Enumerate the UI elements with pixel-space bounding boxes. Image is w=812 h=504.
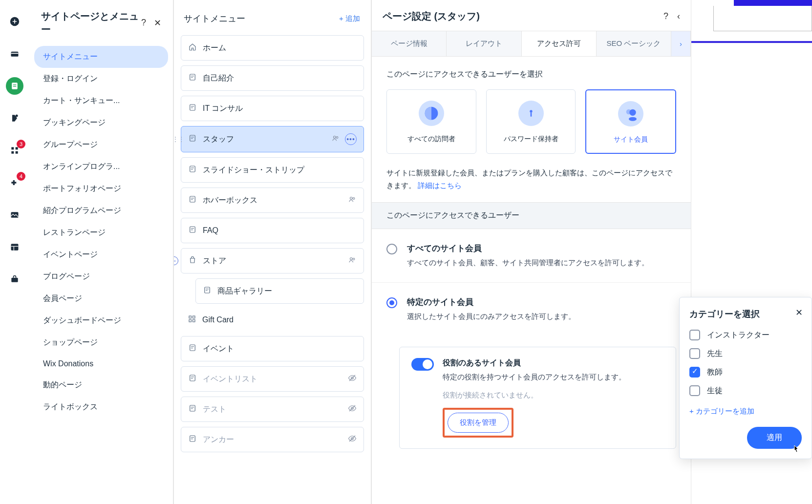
tree-item[interactable]: カート・サンキュー... [34, 90, 168, 112]
svg-rect-5 [11, 147, 14, 149]
role-toggle[interactable] [411, 358, 434, 371]
layout-icon[interactable] [6, 238, 23, 256]
tree-item[interactable]: 動的ページ [34, 374, 168, 396]
checkbox-icon[interactable] [689, 367, 700, 378]
category-item[interactable]: インストラクター [689, 330, 802, 340]
help-icon[interactable]: ? [141, 18, 146, 28]
page-row[interactable]: アンカー [181, 427, 364, 452]
category-item[interactable]: 先生 [689, 348, 802, 359]
tree-item[interactable]: 紹介プログラムページ [34, 200, 168, 222]
tree-item[interactable]: レストランページ [34, 222, 168, 244]
radio-icon[interactable] [386, 244, 397, 254]
tree-item[interactable]: ライトボックス [34, 396, 168, 418]
svg-point-42 [629, 117, 637, 121]
tree-item[interactable]: サイトメニュー [34, 46, 168, 68]
popup-close-icon[interactable]: ✕ [795, 307, 803, 318]
page-row[interactable]: ⋮⋮スタッフ••• [181, 126, 364, 152]
svg-rect-3 [12, 83, 18, 89]
category-select-popup: カテゴリーを選択 ✕ インストラクター先生教師生徒 + カテゴリーを追加 適用 [679, 297, 812, 459]
page-label: スライドショー・ストリップ [203, 165, 304, 175]
svg-rect-27 [189, 320, 192, 322]
svg-rect-17 [190, 166, 195, 172]
add-category-link[interactable]: + カテゴリーを追加 [689, 407, 802, 416]
checkbox-icon[interactable] [689, 348, 700, 359]
manage-roles-button[interactable]: 役割を管理 [448, 413, 509, 433]
svg-rect-32 [190, 405, 195, 411]
svg-point-16 [336, 137, 338, 139]
key-icon [518, 101, 544, 126]
apply-button[interactable]: 適用 [747, 427, 802, 449]
tree-item[interactable]: 会員ページ [34, 288, 168, 310]
page-row[interactable]: イベントリスト [181, 366, 364, 392]
svg-point-20 [353, 198, 355, 200]
option-password[interactable]: パスワード保持者 [486, 89, 576, 154]
tree-item[interactable]: ショップページ [34, 332, 168, 354]
radio-specific-members[interactable]: 特定のサイト会員 選択したサイト会員にのみアクセスを許可します。 [372, 283, 691, 336]
tree-item[interactable]: グループページ [34, 134, 168, 156]
tree-item[interactable]: イベントページ [34, 244, 168, 266]
apps-badge: 3 [17, 140, 25, 148]
back-icon[interactable]: ‹ [677, 11, 680, 21]
role-desc: 特定の役割を持つサイト会員のアクセスを許可します。 [443, 371, 664, 383]
role-members-box: 役割のあるサイト会員 特定の役割を持つサイト会員のアクセスを許可します。 役割が… [399, 347, 676, 449]
tree-item[interactable]: ダッシュボードページ [34, 310, 168, 332]
design-icon[interactable] [6, 109, 23, 127]
checkbox-icon[interactable] [689, 385, 700, 396]
members-description: サイトに新規登録した会員、またはプランを購入した顧客は、このページにアクセスでき… [372, 167, 691, 202]
close-icon[interactable]: ✕ [154, 18, 161, 28]
learn-more-link[interactable]: 詳細はこちら [418, 181, 462, 189]
apps-icon[interactable]: 3 [6, 142, 23, 159]
page-type-icon [188, 434, 197, 445]
page-row[interactable]: FAQ [181, 218, 364, 243]
tree-item[interactable]: 登録・ログイン [34, 68, 168, 90]
page-row[interactable]: ホーム [181, 35, 364, 61]
page-type-icon [188, 195, 197, 206]
tab-permissions[interactable]: アクセス許可 [522, 31, 597, 56]
tree-item[interactable]: Wix Donations [34, 354, 168, 374]
collapse-icon[interactable]: − [173, 256, 178, 265]
checkbox-icon[interactable] [689, 330, 700, 340]
more-icon[interactable]: ••• [345, 133, 357, 145]
tab-page-info[interactable]: ページ情報 [372, 31, 447, 56]
role-warning: 役割が接続されていません。 [443, 391, 664, 400]
tree-item[interactable]: ポートフォリオページ [34, 178, 168, 200]
radio-icon[interactable] [386, 297, 397, 308]
page-row[interactable]: テスト [181, 397, 364, 422]
tree-item[interactable]: オンラインプログラ... [34, 156, 168, 178]
page-row[interactable]: 商品ギャラリー [195, 278, 364, 304]
radio-all-members[interactable]: すべてのサイト会員 すべてのサイト会員、顧客、サイト共同管理者にアクセスを許可し… [372, 229, 691, 283]
category-item[interactable]: 教師 [689, 367, 802, 378]
page-row[interactable]: IT コンサル [181, 96, 364, 121]
plugins-icon[interactable]: 4 [6, 174, 23, 191]
select-users-heading: このページにアクセスできるユーザーを選択 [386, 69, 676, 80]
tab-seo[interactable]: SEO ベーシック [597, 31, 671, 56]
svg-rect-24 [205, 287, 210, 293]
tree-item[interactable]: ブログページ [34, 266, 168, 288]
add-page-link[interactable]: + 追加 [339, 14, 360, 23]
page-row[interactable]: ホバーボックス [181, 188, 364, 213]
tab-layout[interactable]: レイアウト [447, 31, 521, 56]
manage-roles-highlight: 役割を管理 [443, 408, 513, 438]
option-members[interactable]: サイト会員 [585, 89, 676, 154]
page-row[interactable]: Gift Card [181, 309, 364, 331]
page-row[interactable]: −ストア [181, 248, 364, 273]
svg-rect-12 [190, 74, 195, 80]
page-type-icon [188, 134, 197, 145]
help-icon[interactable]: ? [663, 11, 668, 21]
add-icon[interactable] [6, 13, 23, 30]
hidden-icon [348, 404, 357, 415]
category-item[interactable]: 生徒 [689, 385, 802, 396]
page-settings-panel: ページ設定 (スタッフ) ? ‹ ページ情報 レイアウト アクセス許可 SEO … [371, 0, 691, 504]
page-row[interactable]: イベント [181, 336, 364, 361]
business-icon[interactable] [6, 271, 23, 288]
tree-item[interactable]: ブッキングページ [34, 112, 168, 134]
option-all-visitors[interactable]: すべての訪問者 [386, 89, 476, 154]
page-row[interactable]: スライドショー・ストリップ [181, 157, 364, 183]
page-label: IT コンサル [203, 104, 243, 114]
drag-handle-icon[interactable]: ⋮⋮ [173, 136, 184, 143]
media-icon[interactable] [6, 206, 23, 224]
payments-icon[interactable] [6, 45, 23, 63]
pages-icon[interactable] [6, 77, 23, 95]
tabs-scroll-right[interactable]: › [671, 31, 691, 56]
page-row[interactable]: 自己紹介 [181, 65, 364, 91]
